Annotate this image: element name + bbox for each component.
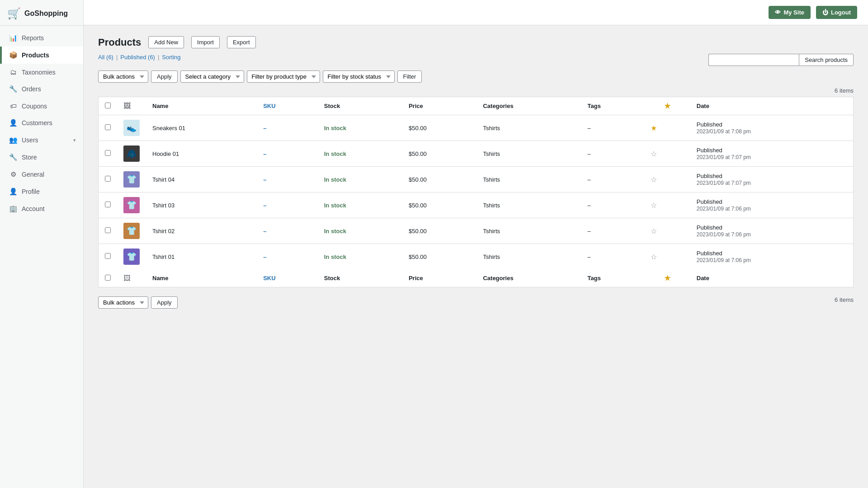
row-date-cell: Published 2023/01/09 at 7:07 pm [690, 141, 854, 167]
sidebar-item-label: Taxonomies [22, 69, 56, 76]
product-star[interactable]: ☆ [651, 227, 657, 235]
sidebar-item-account[interactable]: 🏢 Account [0, 200, 83, 217]
row-sku-cell: – [257, 115, 318, 141]
row-img-cell: 👕 [117, 167, 146, 192]
sidebar-item-profile[interactable]: 👤 Profile [0, 183, 83, 200]
product-name[interactable]: Hoodie 01 [152, 150, 179, 157]
apply-button-top[interactable]: Apply [151, 70, 178, 83]
row-star-cell[interactable]: ☆ [644, 244, 690, 270]
product-name[interactable]: Tshirt 03 [152, 202, 175, 209]
mysite-button[interactable]: 👁 My Site [769, 6, 811, 19]
row-star-cell[interactable]: ☆ [644, 141, 690, 167]
row-checkbox-3[interactable] [105, 176, 111, 182]
table-row: 👕 Tshirt 02 – In stock $50.00 Tshirts – … [99, 218, 854, 244]
product-sku: – [263, 150, 266, 157]
sidebar-item-general[interactable]: ⚙ General [0, 166, 83, 183]
product-name[interactable]: Tshirt 02 [152, 228, 175, 235]
sidebar-item-label: Products [22, 52, 49, 59]
page-title: Products [98, 37, 141, 48]
product-price: $50.00 [409, 150, 427, 157]
row-star-cell[interactable]: ☆ [644, 167, 690, 192]
tab-sorting[interactable]: Sorting [162, 54, 180, 61]
row-stock-cell: In stock [318, 244, 402, 270]
sidebar-item-reports[interactable]: 📊 Reports [0, 29, 83, 47]
product-star[interactable]: ☆ [651, 202, 657, 209]
product-stock: In stock [324, 125, 346, 131]
import-button[interactable]: Import [191, 36, 220, 48]
row-categories-cell: Tshirts [476, 167, 581, 192]
sidebar-item-taxonomies[interactable]: 🗂 Taxonomies [0, 64, 83, 80]
row-tags-cell: – [581, 218, 644, 244]
apply-button-bottom[interactable]: Apply [151, 296, 178, 309]
row-img-cell: 👕 [117, 218, 146, 244]
product-name[interactable]: Tshirt 04 [152, 176, 175, 183]
select-all-checkbox[interactable] [105, 103, 111, 108]
add-new-button[interactable]: Add New [148, 36, 184, 48]
search-input[interactable] [708, 54, 799, 66]
product-stock: In stock [324, 202, 346, 209]
logout-button[interactable]: ⏻ Logout [816, 6, 857, 19]
sidebar-item-store[interactable]: 🔧 Store [0, 149, 83, 166]
product-stock: In stock [324, 176, 346, 183]
sidebar-item-products[interactable]: 📦 Products [0, 47, 83, 64]
product-price: $50.00 [409, 202, 427, 209]
product-tags: – [588, 150, 591, 157]
bottom-filter-row: Bulk actions Apply [98, 296, 178, 309]
product-name[interactable]: Sneakers 01 [152, 125, 185, 131]
product-type-select[interactable]: Filter by product type [247, 70, 320, 83]
sku-header: SKU [257, 97, 318, 115]
row-price-cell: $50.00 [402, 141, 476, 167]
product-date-label: Published [697, 173, 722, 179]
select-all-checkbox-footer[interactable] [105, 275, 111, 281]
row-checkbox-2[interactable] [105, 150, 111, 156]
product-categories: Tshirts [483, 176, 500, 183]
date-footer: Date [690, 269, 854, 287]
product-date-value: 2023/01/09 at 7:07 pm [697, 180, 751, 186]
table-row: 👟 Sneakers 01 – In stock $50.00 Tshirts … [99, 115, 854, 141]
product-star[interactable]: ★ [651, 124, 657, 132]
row-sku-cell: – [257, 244, 318, 270]
export-button[interactable]: Export [227, 36, 256, 48]
product-name[interactable]: Tshirt 01 [152, 253, 175, 260]
bulk-actions-select[interactable]: Bulk actions [98, 70, 148, 83]
product-categories: Tshirts [483, 150, 500, 157]
tab-published[interactable]: Published (6) [120, 54, 155, 61]
row-checkbox-4[interactable] [105, 202, 111, 207]
product-categories: Tshirts [483, 228, 500, 235]
sidebar-item-coupons[interactable]: 🏷 Coupons [0, 98, 83, 114]
row-checkbox-1[interactable] [105, 124, 111, 130]
categories-footer: Categories [476, 269, 581, 287]
product-date-value: 2023/01/09 at 7:07 pm [697, 154, 751, 160]
row-star-cell[interactable]: ☆ [644, 192, 690, 218]
sidebar-item-label: Reports [22, 34, 44, 42]
sidebar-item-label: Profile [22, 188, 40, 195]
product-star[interactable]: ☆ [651, 176, 657, 183]
image-icon: 🖼 [123, 102, 131, 110]
filter-button[interactable]: Filter [397, 70, 422, 83]
sidebar-item-label: General [22, 171, 44, 178]
sidebar-item-customers[interactable]: 👤 Customers [0, 114, 83, 131]
product-star[interactable]: ☆ [651, 150, 657, 158]
filter-tabs: All (6) | Published (6) | Sorting [98, 54, 181, 61]
product-star[interactable]: ☆ [651, 253, 657, 261]
search-button[interactable]: Search products [799, 54, 854, 66]
row-sku-cell: – [257, 141, 318, 167]
search-area: Search products [708, 54, 854, 66]
row-checkbox-5[interactable] [105, 227, 111, 233]
product-categories: Tshirts [483, 125, 500, 131]
sidebar-item-users[interactable]: 👥 Users ▾ [0, 131, 83, 149]
row-checkbox-6[interactable] [105, 253, 111, 259]
stock-status-select[interactable]: Filter by stock status [323, 70, 395, 83]
row-star-cell[interactable]: ★ [644, 115, 690, 141]
name-header: Name [146, 97, 257, 115]
bulk-actions-select-bottom[interactable]: Bulk actions [98, 296, 148, 309]
product-date-label: Published [697, 147, 722, 154]
table-footer-header-row: 🖼 Name SKU Stock Price Categories Tags ★… [99, 269, 854, 287]
sidebar-item-orders[interactable]: 🔧 Orders [0, 80, 83, 98]
row-tags-cell: – [581, 167, 644, 192]
row-price-cell: $50.00 [402, 115, 476, 141]
product-stock: In stock [324, 150, 346, 157]
category-select[interactable]: Select a category [180, 70, 244, 83]
tab-all[interactable]: All (6) [98, 54, 113, 61]
row-star-cell[interactable]: ☆ [644, 218, 690, 244]
